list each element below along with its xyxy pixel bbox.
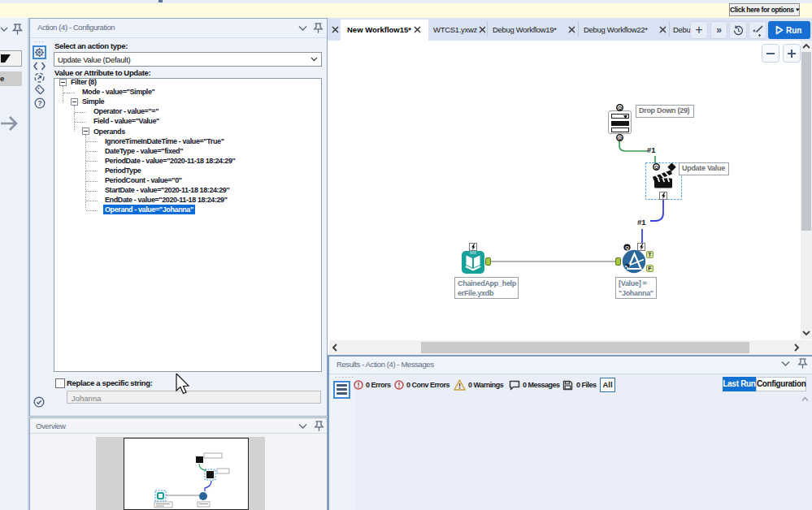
svg-text:?: ? bbox=[37, 99, 41, 107]
svg-text:Q: Q bbox=[618, 106, 622, 110]
svg-text:Q: Q bbox=[618, 135, 622, 140]
